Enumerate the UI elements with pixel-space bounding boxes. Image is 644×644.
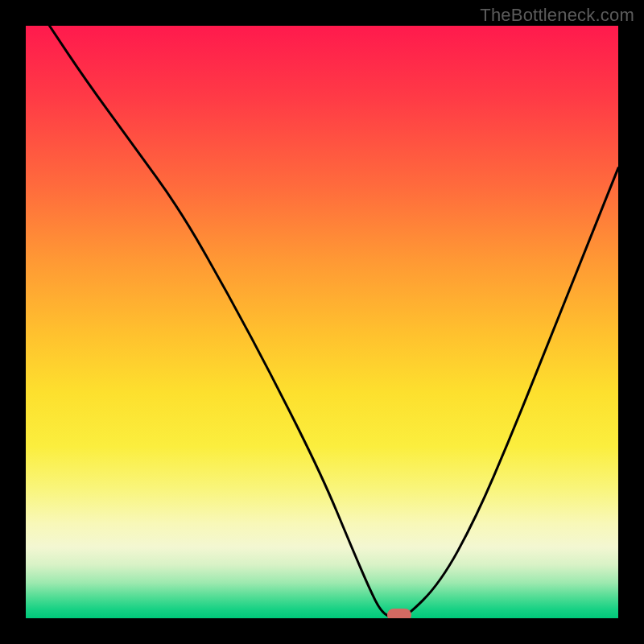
attribution-label: TheBottleneck.com [480, 5, 634, 26]
chart-frame: TheBottleneck.com [0, 0, 644, 644]
bottleneck-curve [26, 26, 618, 618]
optimal-marker [387, 609, 411, 618]
plot-area [26, 26, 618, 618]
